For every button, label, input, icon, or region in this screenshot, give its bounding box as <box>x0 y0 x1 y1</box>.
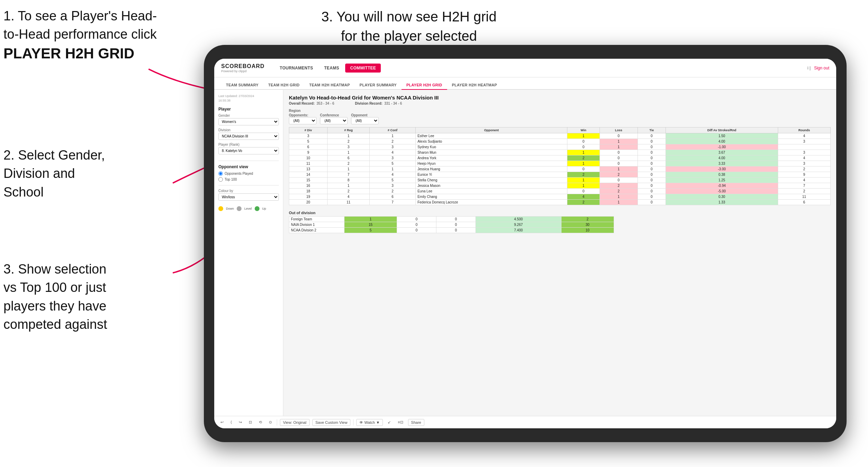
tab-player-summary[interactable]: PLAYER SUMMARY <box>355 81 402 90</box>
filter-conference-label: Conference <box>320 113 348 117</box>
inst1-bold: PLAYER H2H GRID <box>3 45 134 61</box>
sidebar-player-rank-label: Player (Rank) <box>218 143 279 146</box>
toolbar-redo[interactable]: ↪ <box>237 419 244 426</box>
ood-table-row: NAIA Division 1 15 0 0 9.267 30 <box>289 222 614 228</box>
th-tie: Tie <box>638 127 666 133</box>
tab-player-h2h-grid[interactable]: PLAYER H2H GRID <box>402 81 447 90</box>
table-row: 14 7 4 Eunice Yi 2 2 0 0.38 9 <box>289 172 831 178</box>
ood-table-row: Foreign Team 1 0 0 4.500 2 <box>289 217 614 222</box>
table-row: 18 2 2 Euna Lee 0 2 0 -5.00 2 <box>289 189 831 194</box>
filter-opponent-label: Opponent <box>351 113 379 117</box>
nav-separator: i | <box>808 66 811 70</box>
inst2-text: 2. Select Gender, Division and School <box>3 148 105 199</box>
ood-table: Foreign Team 1 0 0 4.500 2 NAIA Division… <box>289 216 614 233</box>
instruction-4: 3. You will now see H2H grid for the pla… <box>321 7 497 46</box>
colour-down-label: Down <box>226 207 234 210</box>
sidebar-division-label: Division <box>218 128 279 132</box>
sidebar-last-updated: Last Updated: 27/03/2024 16:55:38 <box>218 94 279 103</box>
th-opponent: Opponent <box>416 127 567 133</box>
filter-region-label: Region <box>289 109 379 113</box>
sidebar-opponent-view-title: Opponent view <box>218 164 279 169</box>
sidebar-player-section: Player <box>218 107 279 112</box>
tab-team-h2h-heatmap[interactable]: TEAM H2H HEATMAP <box>304 81 355 90</box>
th-rounds: Rounds <box>778 127 830 133</box>
toolbar-view-original[interactable]: View: Original <box>280 419 310 426</box>
sidebar-divider-2 <box>218 185 279 185</box>
filter-conference-select[interactable]: (All) <box>320 117 348 124</box>
sidebar-colour-legend: Down Level Up <box>218 206 279 211</box>
tab-player-h2h-heatmap[interactable]: PLAYER H2H HEATMAP <box>447 81 502 90</box>
table-row: 16 1 3 Jessica Mason 1 2 0 -0.94 7 <box>289 183 831 189</box>
tablet-screen: SCOREBOARD Powered by clippd TOURNAMENTS… <box>214 59 836 428</box>
sign-out-link[interactable]: Sign out <box>814 66 829 70</box>
th-div: # Div <box>289 127 328 133</box>
toolbar-reset[interactable]: ⟲ <box>257 419 264 426</box>
ood-table-row: NCAA Division 2 5 0 0 7.400 10 <box>289 228 614 233</box>
nav-right: i | Sign out <box>808 66 829 70</box>
sub-nav: TEAM SUMMARY TEAM H2H GRID TEAM H2H HEAT… <box>214 77 836 90</box>
toolbar-grid[interactable]: ⊡ <box>247 419 254 426</box>
colour-down <box>218 206 223 211</box>
inst1-line1: 1. To see a Player's Head- <box>3 9 157 23</box>
inst4-line1: 3. You will now see H2H grid <box>321 9 497 24</box>
colour-level-label: Level <box>244 207 252 210</box>
table-row: 3 1 1 Esther Lee 1 0 0 1.50 4 <box>289 133 831 139</box>
filter-group-region: Region Opponents: (All) Conference <box>289 109 379 124</box>
table-row: 15 8 5 Stella Cheng 1 0 0 1.25 4 <box>289 178 831 183</box>
app-navbar: SCOREBOARD Powered by clippd TOURNAMENTS… <box>214 59 836 77</box>
instruction-3: 3. Show selection vs Top 100 or just pla… <box>3 242 107 334</box>
sidebar-top100-option[interactable]: Top 100 <box>218 177 279 182</box>
toolbar-undo[interactable]: ↩ <box>218 419 226 426</box>
toolbar-share[interactable]: Share <box>408 419 424 426</box>
tab-team-h2h-grid[interactable]: TEAM H2H GRID <box>263 81 304 90</box>
sidebar-opponent-radio-group: Opponents Played Top 100 <box>218 171 279 182</box>
nav-tournaments[interactable]: TOURNAMENTS <box>275 64 318 73</box>
instruction-1: 1. To see a Player's Head- to-Head perfo… <box>3 7 157 64</box>
logo-text: SCOREBOARD <box>221 63 265 69</box>
sidebar-colour-by-label: Colour by <box>218 189 279 193</box>
division-record: Division Record: 331 - 34 - 6 <box>355 102 402 105</box>
toolbar-download[interactable]: ↙ <box>386 419 393 426</box>
sidebar-player-rank-select[interactable]: 8. Katelyn Vo <box>218 147 279 154</box>
table-row: 9 1 4 Sharon Mun 1 0 0 3.67 3 <box>289 150 831 155</box>
inst1-line2: to-Head performance click <box>3 27 157 41</box>
table-row: 20 11 7 Federica Domecq Lacroze 2 1 0 1.… <box>289 200 831 205</box>
bottom-toolbar: ↩ ⟨ ↪ ⊡ ⟲ ⊙ View: Original Save Custom V… <box>214 416 836 428</box>
grid-subtitle: Overall Record: 353 - 34 - 6 Division Re… <box>289 102 831 105</box>
out-of-division-header: Out of division <box>289 211 831 215</box>
sidebar-opponents-played-option[interactable]: Opponents Played <box>218 171 279 176</box>
nav-committee[interactable]: COMMITTEE <box>345 64 381 73</box>
sidebar: Last Updated: 27/03/2024 16:55:38 Player… <box>214 90 283 416</box>
colour-up <box>255 206 260 211</box>
toolbar-layout[interactable]: ≡⊡ <box>396 419 405 426</box>
filter-opponent-select[interactable]: (All) <box>351 117 379 124</box>
sidebar-division-select[interactable]: NCAA Division III NCAA Division I NCAA D… <box>218 133 279 140</box>
sidebar-gender-select[interactable]: Women's Men's <box>218 118 279 125</box>
nav-teams[interactable]: TEAMS <box>319 64 344 73</box>
filter-opponents-label: Opponents: <box>289 113 317 117</box>
sidebar-divider-1 <box>218 161 279 161</box>
sidebar-colour-by-select[interactable]: Win/loss <box>218 193 279 201</box>
filter-row: Region Opponents: (All) Conference <box>289 109 831 124</box>
data-area: Katelyn Vo Head-to-Head Grid for Women's… <box>283 90 836 416</box>
th-loss: Loss <box>600 127 638 133</box>
tab-team-summary[interactable]: TEAM SUMMARY <box>221 81 263 90</box>
th-reg: # Reg <box>328 127 370 133</box>
inst3-text: 3. Show selection vs Top 100 or just pla… <box>3 262 107 332</box>
sidebar-gender-label: Gender <box>218 114 279 117</box>
instruction-2: 2. Select Gender, Division and School <box>3 128 105 201</box>
table-row: 13 1 1 Jessica Huang 0 1 0 -3.00 2 <box>289 166 831 172</box>
filter-opponents-select[interactable]: (All) <box>289 117 317 124</box>
toolbar-circle[interactable]: ⊙ <box>267 419 274 426</box>
toolbar-sep-2 <box>353 419 353 426</box>
toolbar-watch[interactable]: 👁 Watch ▼ <box>356 419 383 426</box>
colour-up-label: Up <box>262 207 266 210</box>
th-win: Win <box>567 127 600 133</box>
table-row: 10 6 3 Andrea York 2 0 0 4.00 4 <box>289 155 831 161</box>
table-row: 5 2 2 Alexis Sudjianto 0 1 0 4.00 3 <box>289 139 831 144</box>
nav-items: TOURNAMENTS TEAMS COMMITTEE <box>275 64 808 73</box>
grid-title: Katelyn Vo Head-to-Head Grid for Women's… <box>289 95 831 101</box>
toolbar-save-custom[interactable]: Save Custom View <box>312 419 351 426</box>
toolbar-back[interactable]: ⟨ <box>228 419 234 426</box>
tablet-shell: SCOREBOARD Powered by clippd TOURNAMENTS… <box>204 45 847 442</box>
